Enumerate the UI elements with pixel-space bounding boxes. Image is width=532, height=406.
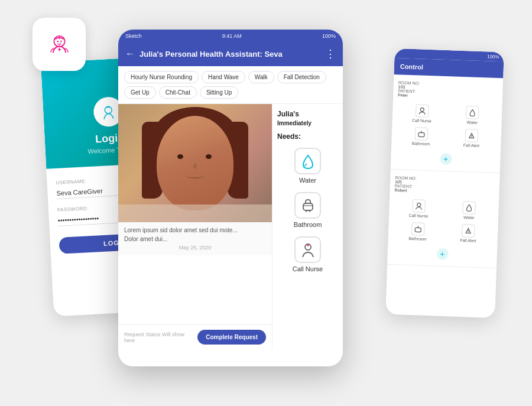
qa-fall-detection[interactable]: Fall Detection — [277, 71, 326, 83]
svg-point-7 — [60, 40, 61, 42]
add-room2-button[interactable]: + — [436, 248, 449, 261]
bathroom-need-label: Bathroom — [294, 221, 322, 228]
room1-details: ROOM NO: 103 PATIENT: Peter — [398, 80, 420, 98]
water-label-1: Water — [467, 120, 478, 125]
call-nurse-icon-1 — [416, 104, 429, 118]
qa-get-up[interactable]: Get Up — [124, 86, 156, 99]
immediately-label: Immediately — [277, 120, 312, 126]
main-header: ← Julia's Personal Health Assistant: Sev… — [118, 43, 343, 66]
svg-rect-17 — [415, 228, 421, 232]
bathroom-icon-2 — [411, 222, 425, 236]
svg-point-15 — [471, 137, 472, 137]
water-need-label: Water — [299, 177, 316, 184]
fall-alert-icon-1 — [465, 129, 479, 142]
signal-strength: Sketch — [125, 33, 142, 39]
room1-actions: Call Nurse Water Bathroom Fall Alert — [396, 99, 498, 152]
main-status-bar: Sketch 9:41 AM 100% — [118, 30, 343, 43]
bathroom-label-1: Bathroom — [412, 141, 430, 146]
room2-patient: Robert — [394, 188, 416, 193]
room2-details: ROOM NO: 105 PATIENT: Robert — [394, 176, 416, 193]
qa-chit-chat[interactable]: Chit-Chat — [159, 86, 197, 99]
screen-title: Julia's Personal Health Assistant: Seva — [140, 50, 320, 59]
qa-hourly-nurse[interactable]: Hourly Nurse Rounding — [124, 71, 199, 83]
fall-alert-label-1: Fall Alert — [463, 143, 479, 148]
content-area: Stop Lorem ipsum sid dolor amet sed dui … — [118, 104, 343, 349]
battery-indicator: 100% — [487, 54, 499, 60]
bathroom-need-icon — [294, 192, 321, 219]
room1-patient: Peter — [398, 93, 419, 98]
control-screen: 100% Control ROOM NO: 103 PATIENT: Peter… — [385, 48, 504, 318]
call-nurse-label-2: Call Nurse — [408, 213, 428, 218]
svg-point-11 — [420, 108, 424, 111]
water-need-icon — [294, 148, 321, 174]
complete-request-button[interactable]: Complete Request — [197, 330, 266, 345]
patient-name-label: Julia's — [277, 110, 299, 118]
need-water[interactable]: Water — [277, 148, 338, 184]
need-call-nurse[interactable]: Call Nurse — [277, 236, 338, 272]
main-screen: Sketch 9:41 AM 100% ← Julia's Personal H… — [118, 30, 343, 366]
nurse-icon — [43, 28, 76, 61]
call-nurse-action-2[interactable]: Call Nurse — [394, 197, 444, 220]
bathroom-icon-1 — [414, 127, 428, 141]
call-nurse-action-1[interactable]: Call Nurse — [397, 102, 447, 125]
room2-actions: Call Nurse Water Bathroom Fall Alert — [392, 194, 494, 248]
control-room-1: ROOM NO: 103 PATIENT: Peter Call Nurse W… — [391, 74, 504, 173]
call-nurse-need-icon — [294, 236, 321, 263]
room2-info: ROOM NO: 105 PATIENT: Robert — [394, 173, 495, 198]
call-nurse-label-1: Call Nurse — [412, 118, 432, 123]
transcript-area: Lorem ipsum sid dolor amet sed dui mote.… — [118, 222, 272, 255]
room1-info: ROOM NO: 103 PATIENT: Peter — [398, 78, 498, 103]
qa-hand-wave[interactable]: Hand Wave — [202, 71, 245, 83]
toilet-icon — [300, 197, 316, 214]
request-bar: Request Status Will show here Complete R… — [118, 324, 272, 349]
video-feed — [118, 104, 272, 222]
fall-alert-action-1[interactable]: Fall Alert — [447, 126, 497, 150]
water-action-2[interactable]: Water — [444, 199, 494, 222]
nurse-call-icon — [300, 242, 316, 258]
more-options-button[interactable]: ⋮ — [325, 47, 336, 60]
fall-alert-icon-2 — [462, 224, 475, 238]
bathroom-action-1[interactable]: Bathroom — [396, 125, 446, 148]
current-time: 9:41 AM — [222, 33, 242, 39]
login-nurse-icon — [99, 102, 118, 121]
fall-alert-label-2: Fall Alert — [460, 238, 476, 243]
water-drop-icon — [300, 153, 316, 170]
call-nurse-need-label: Call Nurse — [293, 265, 323, 272]
request-status-text: Request Status Will show here — [124, 332, 193, 343]
control-title: Control — [400, 63, 424, 70]
back-button[interactable]: ← — [125, 48, 135, 59]
quick-actions-bar: Hourly Nurse Rounding Hand Wave Walk Fal… — [118, 66, 343, 104]
app-icon — [33, 18, 86, 71]
bathroom-label-2: Bathroom — [408, 236, 427, 241]
transcript-line-2: Dolor amet dui... — [124, 236, 266, 242]
battery-level: 100% — [322, 33, 336, 39]
need-bathroom[interactable]: Bathroom — [277, 192, 338, 228]
needs-label: Needs: — [277, 132, 301, 141]
transcript-date: May 25, 2020 — [124, 245, 266, 251]
water-icon-1 — [466, 106, 479, 119]
transcript-line-1: Lorem ipsum sid dolor amet sed dui mote.… — [124, 227, 266, 233]
water-icon-2 — [462, 201, 476, 215]
add-room1-button[interactable]: + — [440, 153, 452, 165]
bathroom-action-2[interactable]: Bathroom — [392, 220, 443, 243]
water-action-1[interactable]: Water — [447, 103, 498, 127]
call-nurse-icon-2 — [412, 199, 426, 213]
control-room-2: ROOM NO: 105 PATIENT: Robert Call Nurse … — [387, 170, 500, 268]
svg-point-20 — [468, 232, 469, 232]
water-label-2: Water — [463, 215, 475, 220]
left-panel: Stop Lorem ipsum sid dolor amet sed dui … — [118, 104, 272, 349]
fall-alert-action-2[interactable]: Fall Alert — [443, 222, 494, 245]
svg-rect-12 — [418, 132, 424, 137]
qa-walk[interactable]: Walk — [248, 71, 274, 83]
svg-point-6 — [57, 40, 59, 42]
svg-rect-21 — [303, 203, 313, 210]
needs-panel: Julia's Immediately Needs: Water — [272, 104, 343, 349]
qa-sitting-up[interactable]: Sitting Up — [200, 86, 238, 99]
svg-point-16 — [417, 203, 420, 206]
